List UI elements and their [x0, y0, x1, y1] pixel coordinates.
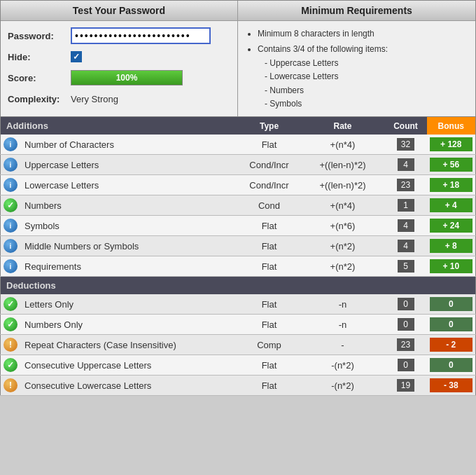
complexity-label: Complexity:: [8, 94, 71, 104]
score-row: Score: 100%: [8, 69, 230, 87]
row-name: Lowercase Letters: [20, 175, 238, 195]
row-name: Requirements: [20, 256, 238, 277]
row-rate: -n: [301, 315, 385, 335]
row-rate: +(n*6): [301, 216, 385, 236]
row-bonus: - 2: [430, 338, 473, 352]
icon-num-chars: i: [4, 137, 18, 151]
row-count: 0: [398, 298, 414, 310]
req-item-2: Contains 3/4 of the following items: - U…: [258, 42, 467, 111]
col-header-count: Count: [385, 117, 427, 135]
additions-label: Additions: [1, 117, 238, 135]
row-rate: +((len-n)*2): [301, 155, 385, 175]
req-sub-2: - Lowercase Letters: [265, 70, 467, 83]
row-name: Repeat Characters (Case Insensitive): [20, 335, 238, 355]
row-bonus: - 38: [430, 378, 473, 392]
row-count: 1: [398, 199, 414, 212]
table-row: ✓ Numbers Cond +(n*4) 1 + 4: [1, 195, 476, 216]
table-row: ! Consecutive Lowercase Letters Flat -(n…: [1, 376, 476, 396]
col-header-rate: Rate: [301, 117, 385, 135]
row-rate: -(n*2): [301, 376, 385, 396]
row-rate: -(n*2): [301, 355, 385, 376]
row-rate: -: [301, 335, 385, 355]
req-sub-1: - Uppercase Letters: [265, 57, 467, 70]
row-bonus: 0: [430, 297, 473, 311]
table-row: i Number of Characters Flat +(n*4) 32 + …: [1, 135, 476, 155]
additions-section-header: Additions Type Rate Count Bonus: [1, 117, 476, 135]
row-type: Cond/Incr: [238, 155, 301, 175]
icon-consec-lower: !: [4, 378, 18, 392]
row-count: 23: [397, 338, 414, 351]
row-type: Comp: [238, 335, 301, 355]
icon-letters-only: ✓: [4, 297, 18, 311]
table-row: i Uppercase Letters Cond/Incr +((len-n)*…: [1, 155, 476, 175]
row-type: Flat: [238, 236, 301, 256]
main-table: Additions Type Rate Count Bonus i Number…: [0, 117, 476, 396]
icon-upper: i: [4, 158, 18, 172]
row-count: 4: [398, 158, 414, 171]
row-name: Uppercase Letters: [20, 155, 238, 175]
row-type: Flat: [238, 256, 301, 277]
table-row: ✓ Numbers Only Flat -n 0 0: [1, 315, 476, 335]
row-bonus: + 18: [430, 178, 473, 192]
row-count: 4: [398, 219, 414, 232]
table-row: i Lowercase Letters Cond/Incr +((len-n)*…: [1, 175, 476, 195]
row-rate: +((len-n)*2): [301, 175, 385, 195]
row-type: Flat: [238, 294, 301, 315]
score-label: Score:: [8, 73, 71, 83]
row-name: Numbers: [20, 195, 238, 216]
row-count: 0: [398, 359, 414, 371]
password-input[interactable]: [71, 27, 211, 44]
req-sub-3: - Numbers: [265, 84, 467, 97]
score-bar-container: 100%: [71, 70, 183, 85]
row-bonus: 0: [430, 317, 473, 331]
row-bonus: + 24: [430, 219, 473, 233]
hide-label: Hide:: [8, 52, 71, 62]
complexity-row: Complexity: Very Strong: [8, 90, 230, 108]
icon-symbols: i: [4, 219, 18, 233]
row-rate: -n: [301, 294, 385, 315]
row-name: Symbols: [20, 216, 238, 236]
row-type: Cond: [238, 195, 301, 216]
row-bonus: 0: [430, 358, 473, 372]
icon-numbers: ✓: [4, 198, 18, 212]
hide-checkbox[interactable]: ✓: [71, 51, 82, 62]
row-type: Flat: [238, 355, 301, 376]
row-bonus: + 56: [430, 158, 473, 172]
row-name: Consecutive Lowercase Letters: [20, 376, 238, 396]
test-password-body: Password: Hide: ✓ Score: 100%: [1, 21, 237, 116]
row-name: Number of Characters: [20, 135, 238, 155]
icon-repeat-chars: !: [4, 338, 18, 352]
row-name: Letters Only: [20, 294, 238, 315]
table-row: i Symbols Flat +(n*6) 4 + 24: [1, 216, 476, 236]
row-bonus: + 4: [430, 198, 473, 212]
password-label: Password:: [8, 31, 71, 41]
row-type: Flat: [238, 376, 301, 396]
row-bonus: + 128: [430, 137, 473, 151]
row-count: 32: [397, 138, 414, 151]
row-count: 19: [397, 379, 414, 392]
req-sub-4: - Symbols: [265, 97, 467, 111]
password-row: Password:: [8, 27, 230, 45]
row-type: Flat: [238, 216, 301, 236]
table-row: ✓ Letters Only Flat -n 0 0: [1, 294, 476, 315]
icon-lower: i: [4, 178, 18, 192]
deductions-section-header: Deductions: [1, 277, 476, 295]
hide-row: Hide: ✓: [8, 48, 230, 66]
table-row: i Requirements Flat +(n*2) 5 + 10: [1, 256, 476, 277]
min-requirements-body: Minimum 8 characters in length Contains …: [238, 21, 475, 116]
min-requirements-panel: Minimum Requirements Minimum 8 character…: [238, 1, 475, 116]
row-type: Flat: [238, 315, 301, 335]
row-name: Numbers Only: [20, 315, 238, 335]
row-rate: +(n*4): [301, 195, 385, 216]
row-rate: +(n*2): [301, 236, 385, 256]
table-row: ✓ Consecutive Uppercase Letters Flat -(n…: [1, 355, 476, 376]
row-bonus: + 8: [430, 239, 473, 253]
row-type: Cond/Incr: [238, 175, 301, 195]
icon-requirements: i: [4, 259, 18, 273]
min-requirements-header: Minimum Requirements: [238, 1, 475, 21]
score-bar-fill: 100%: [71, 71, 182, 85]
checkmark-icon: ✓: [73, 52, 80, 62]
icon-middle: i: [4, 239, 18, 253]
table-row: ! Repeat Characters (Case Insensitive) C…: [1, 335, 476, 355]
col-header-bonus: Bonus: [427, 117, 476, 135]
